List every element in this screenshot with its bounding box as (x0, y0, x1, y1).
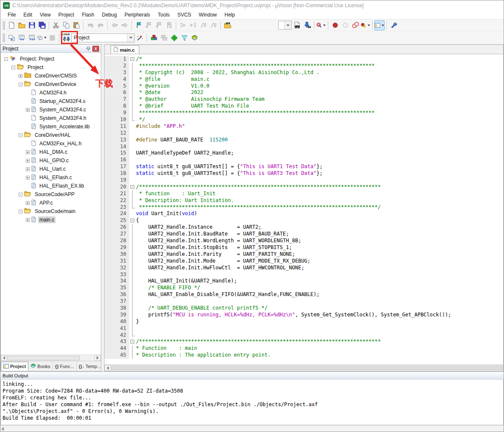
nav-forward-button[interactable] (119, 20, 130, 30)
code-line-33[interactable]: 33 (105, 271, 503, 278)
fold-collapse-icon[interactable]: - (129, 338, 136, 345)
code-line-9[interactable]: 9 **************************************… (105, 110, 503, 116)
menu-item-peripherals[interactable]: Peripherals (121, 11, 154, 19)
find-in-files-button[interactable] (222, 20, 233, 30)
bookmark-toggle-button[interactable] (133, 20, 144, 30)
translate-button[interactable] (6, 33, 17, 43)
panel-splitter[interactable] (101, 44, 104, 371)
code-line-4[interactable]: 4 * @file main.c (105, 76, 503, 83)
fold-collapse-icon[interactable]: - (129, 184, 136, 191)
tree-item-coredriver-device[interactable]: -CoreDriver/Device (1, 80, 101, 89)
code-line-38[interactable]: 38 /* UART_DEBUG_ENABLE control printfS … (105, 305, 503, 312)
code-line-40[interactable]: 40} (105, 318, 503, 325)
menu-item-debug[interactable]: Debug (98, 11, 121, 19)
code-line-5[interactable]: 5 * @version V1.0.0 (105, 83, 503, 90)
scroll-left-icon[interactable] (105, 365, 111, 371)
copy-button[interactable] (61, 20, 71, 30)
build-output-log[interactable]: linking...Program Size: Code=7284 RO-dat… (0, 379, 504, 425)
options-for-target-button[interactable] (135, 33, 145, 43)
collapse-icon[interactable]: - (19, 133, 22, 137)
code-line-29[interactable]: 29 UART2_Handle.Init.StopBits = UART_STO… (105, 244, 503, 251)
code-line-41[interactable]: 41 (105, 325, 503, 332)
tree-item-hal-eflash-c[interactable]: +HAL_EFlash.c (1, 173, 101, 182)
code-line-35[interactable]: 35 /* ENABLE FIFO */ (105, 285, 503, 291)
paste-button[interactable] (71, 20, 81, 30)
collapse-icon[interactable]: - (19, 83, 22, 86)
breakpoint-toggle-button[interactable] (330, 20, 340, 30)
editor-tab-mainc[interactable]: main.c (111, 45, 139, 54)
menu-item-tools[interactable]: Tools (154, 11, 174, 19)
expand-icon[interactable]: + (26, 159, 30, 163)
menu-item-file[interactable]: File (4, 11, 19, 19)
tree-item-hal-eflash-ex-lib[interactable]: +HAL_EFlash_EX.lib (1, 182, 101, 190)
uncomment-button[interactable] (208, 20, 219, 30)
panel-tab-temp[interactable]: ()↓Temp... (77, 362, 103, 371)
scroll-left-icon[interactable] (1, 355, 7, 361)
indent-button[interactable] (178, 20, 188, 30)
expand-icon[interactable]: + (26, 150, 30, 154)
scroll-left-icon[interactable] (1, 427, 4, 431)
bookmark-next-button[interactable] (154, 20, 164, 30)
code-line-11[interactable]: 11#include "APP.h" (105, 123, 503, 130)
toolbar-grip[interactable] (3, 21, 5, 30)
tree-item-system-acm32f4-h[interactable]: +System_ACM32F4.h (1, 114, 101, 122)
tree-item-hal-dma-c[interactable]: +HAL_DMA.c (1, 148, 101, 156)
code-line-1[interactable]: 1-/* (105, 56, 503, 63)
rebuild-button[interactable] (27, 33, 37, 43)
batch-build-button[interactable] (37, 33, 47, 43)
tree-item-hal-uart-c[interactable]: +HAL_Uart.c (1, 165, 101, 173)
run-to-cursor-button[interactable]: @ (316, 20, 326, 30)
pin-icon[interactable] (85, 46, 91, 52)
menu-item-window[interactable]: Window (195, 11, 221, 19)
code-line-31[interactable]: 31 UART2_Handle.Init.Mode = UART_MODE_TX… (105, 258, 503, 265)
tree-item-project[interactable]: -Project (1, 63, 101, 72)
code-line-42[interactable]: 42 (105, 332, 503, 339)
panel-tab-func[interactable]: {}Func... (53, 362, 77, 371)
code-line-23[interactable]: 23 *************************************… (105, 204, 503, 211)
code-line-8[interactable]: 8 * @brief UART Test Main File (105, 103, 503, 110)
code-line-26[interactable]: 26 UART2_Handle.Instance = UART2; (105, 224, 503, 231)
menu-item-help[interactable]: Help (221, 11, 239, 19)
build-button[interactable] (17, 33, 27, 43)
expand-icon[interactable]: + (26, 201, 30, 205)
chevron-down-icon[interactable] (368, 25, 370, 26)
books-button[interactable] (189, 33, 199, 43)
collapse-icon[interactable]: - (19, 193, 22, 197)
target-combobox[interactable]: Project (71, 33, 135, 42)
menu-item-svcs[interactable]: SVCS (174, 11, 195, 19)
code-line-18[interactable]: 18static uint8_t gu8_UART3Test[] = {"Thi… (105, 170, 503, 177)
tree-item-coredriver-hal[interactable]: -CoreDriver/HAL (1, 131, 101, 139)
configure-wrench-button[interactable] (388, 20, 399, 30)
close-panel-button[interactable]: x (92, 46, 99, 52)
collapse-icon[interactable]: - (19, 210, 22, 213)
cut-button[interactable] (51, 20, 61, 30)
cascade-windows-button[interactable] (159, 33, 169, 43)
code-line-24[interactable]: 24void Uart_Init(void) (105, 210, 503, 217)
collapse-icon[interactable]: - (11, 66, 15, 69)
code-line-3[interactable]: 3 * Copyright (c) 2008 - 2022, Shanghai … (105, 69, 503, 76)
find-in-target-button[interactable] (292, 20, 302, 30)
tree-item-sourcecode-app[interactable]: -SourceCode/APP (1, 190, 101, 199)
tree-scroll-thumb[interactable] (8, 356, 80, 360)
chevron-down-icon[interactable] (127, 34, 134, 42)
code-line-34[interactable]: 34 HAL_UART_Init(&UART2_Handle); (105, 278, 503, 285)
outdent-button[interactable] (188, 20, 198, 30)
code-line-20[interactable]: 20-/************************************… (105, 184, 503, 191)
stop-build-button[interactable] (47, 33, 57, 43)
code-line-28[interactable]: 28 UART2_Handle.Init.WordLength = UART_W… (105, 238, 503, 244)
expand-icon[interactable]: + (26, 167, 30, 171)
chevron-down-icon[interactable] (44, 37, 47, 39)
code-line-13[interactable]: 13#define UART_BAUD_RATE 115200 (105, 137, 503, 144)
tree-item-acm32fxx-hal-h[interactable]: +ACM32Fxx_HAL.h (1, 139, 101, 148)
manage-rte-button[interactable] (149, 33, 159, 43)
menu-item-edit[interactable]: Edit (19, 11, 36, 19)
code-line-43[interactable]: 43-/************************************… (105, 338, 503, 345)
panel-tab-books[interactable]: Books (28, 362, 53, 371)
menu-item-view[interactable]: View (36, 11, 55, 19)
chevron-down-icon[interactable] (284, 21, 291, 29)
tree-hscrollbar[interactable] (1, 354, 101, 361)
code-line-17[interactable]: 17static uint8_t gu8_UART1Test[] = {"Thi… (105, 163, 503, 170)
code-line-32[interactable]: 32 UART2_Handle.Init.HwFlowCtl = UART_HW… (105, 265, 503, 271)
save-button[interactable] (27, 20, 37, 30)
incremental-find-button[interactable] (302, 20, 312, 30)
